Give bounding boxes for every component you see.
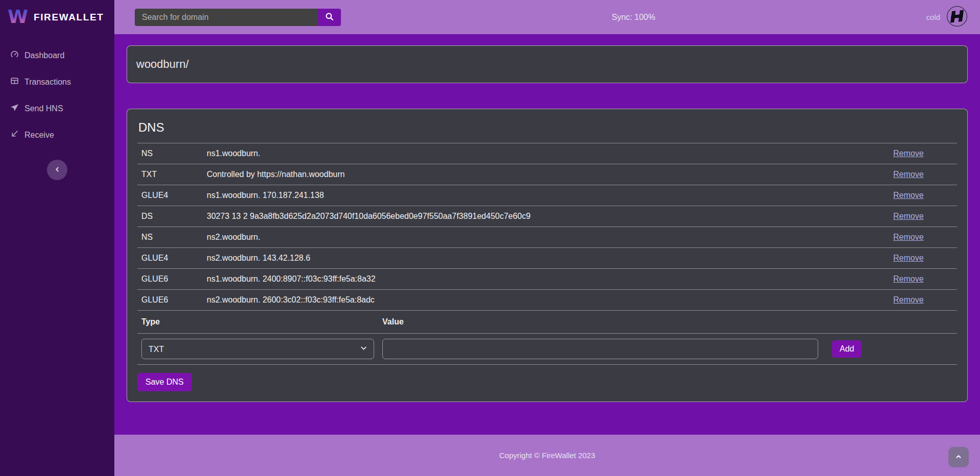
- firewallet-logo-icon: W: [7, 6, 29, 29]
- dns-record-value: ns1.woodburn. 170.187.241.138: [203, 185, 889, 206]
- dns-record-remove-link[interactable]: Remove: [893, 191, 924, 199]
- search-icon: [325, 12, 334, 22]
- dns-record-row: NSns2.woodburn.Remove: [137, 227, 957, 248]
- dns-record-row: GLUE6ns1.woodburn. 2400:8907::f03c:93ff:…: [137, 269, 957, 290]
- dns-record-action-cell: Remove: [889, 248, 957, 269]
- dns-record-value: ns2.woodburn. 2600:3c02::f03c:93ff:fe5a:…: [203, 290, 889, 311]
- sidebar-item-receive[interactable]: Receive: [0, 122, 114, 148]
- dns-record-type: DS: [137, 206, 203, 227]
- dns-record-value: ns2.woodburn. 143.42.128.6: [203, 248, 889, 269]
- form-controls-row: TXT: [137, 334, 957, 365]
- sidebar-collapse-button[interactable]: [47, 160, 67, 180]
- topbar: Sync: 100% cold: [114, 0, 980, 34]
- domain-title-card: woodburn/: [127, 45, 968, 83]
- dns-record-remove-link[interactable]: Remove: [893, 212, 924, 220]
- dns-record-action-cell: Remove: [889, 269, 957, 290]
- brand-name: FIREWALLET: [34, 12, 104, 23]
- dns-record-row: GLUE4ns2.woodburn. 143.42.128.6Remove: [137, 248, 957, 269]
- search-button[interactable]: [318, 9, 341, 26]
- dns-record-value: ns1.woodburn. 2400:8907::f03c:93ff:fe5a:…: [203, 269, 889, 290]
- dns-record-type: GLUE6: [137, 290, 203, 311]
- dns-record-type: GLUE4: [137, 248, 203, 269]
- dns-record-action-cell: Remove: [889, 290, 957, 311]
- dns-record-type: NS: [137, 143, 203, 164]
- sidebar-item-label: Dashboard: [24, 51, 64, 60]
- main-column: Sync: 100% cold: [114, 0, 980, 476]
- handshake-logo-icon: [946, 6, 968, 29]
- tachometer-icon: [10, 50, 19, 61]
- sidebar-item-label: Receive: [24, 131, 54, 140]
- wallet-indicator: cold: [926, 6, 968, 29]
- paper-plane-icon: [10, 103, 19, 114]
- dns-record-row: GLUE6ns2.woodburn. 2600:3c02::f03c:93ff:…: [137, 290, 957, 311]
- sidebar-item-send-hns[interactable]: Send HNS: [0, 95, 114, 121]
- svg-text:W: W: [8, 6, 28, 27]
- dns-record-remove-link[interactable]: Remove: [893, 149, 924, 158]
- copyright-text: Copyright © FireWallet 2023: [499, 451, 595, 460]
- dns-record-action-cell: Remove: [889, 227, 957, 248]
- dns-card-title: DNS: [138, 120, 957, 135]
- footer: Copyright © FireWallet 2023: [114, 435, 980, 476]
- dns-record-row: DS30273 13 2 9a3a8fb3d625d2a2073d740f10d…: [137, 206, 957, 227]
- dns-record-value: Controlled by https://nathan.woodburn: [203, 164, 889, 185]
- dns-record-value: 30273 13 2 9a3a8fb3d625d2a2073d740f10da6…: [203, 206, 889, 227]
- add-record-button[interactable]: Add: [832, 340, 862, 358]
- dns-record-remove-link[interactable]: Remove: [893, 170, 924, 179]
- dns-record-type: GLUE4: [137, 185, 203, 206]
- dns-record-remove-link[interactable]: Remove: [893, 295, 924, 304]
- dns-card: DNS NSns1.woodburn.RemoveTXTControlled b…: [127, 109, 968, 402]
- sidebar-item-label: Send HNS: [24, 104, 63, 113]
- dns-record-action-cell: Remove: [889, 143, 957, 164]
- dns-record-remove-link[interactable]: Remove: [893, 233, 924, 241]
- record-type-select-wrap: TXT: [141, 339, 374, 359]
- sidebar-item-transactions[interactable]: Transactions: [0, 69, 114, 95]
- dns-record-remove-link[interactable]: Remove: [893, 254, 924, 262]
- main-content: woodburn/ DNS NSns1.woodburn.RemoveTXTCo…: [114, 34, 980, 435]
- save-dns-button[interactable]: Save DNS: [137, 373, 192, 391]
- scroll-to-top-button[interactable]: [948, 447, 969, 467]
- search-input[interactable]: [135, 9, 318, 26]
- dns-record-value: ns2.woodburn.: [203, 227, 889, 248]
- dns-record-row: GLUE4ns1.woodburn. 170.187.241.138Remove: [137, 185, 957, 206]
- dns-record-type: NS: [137, 227, 203, 248]
- wallet-name: cold: [926, 13, 940, 21]
- dns-record-row: TXTControlled by https://nathan.woodburn…: [137, 164, 957, 185]
- dns-record-value: ns1.woodburn.: [203, 143, 889, 164]
- app-window: W FIREWALLET Dashboard T: [0, 0, 980, 476]
- dns-add-record-form: Type Value TXT: [137, 310, 957, 365]
- dns-record-action-cell: Remove: [889, 185, 957, 206]
- sidebar-item-label: Transactions: [24, 78, 71, 87]
- dns-record-action-cell: Remove: [889, 206, 957, 227]
- table-icon: [10, 77, 19, 87]
- arrow-down-left-icon: [10, 130, 19, 140]
- page-title: woodburn/: [136, 58, 189, 71]
- sidebar-nav: Dashboard Transactions Send HNS: [0, 42, 114, 148]
- record-value-input[interactable]: [382, 339, 818, 359]
- domain-search: [135, 9, 341, 26]
- chevron-left-icon: [54, 166, 61, 174]
- type-column-header: Type: [137, 311, 378, 334]
- record-type-select[interactable]: TXT: [141, 339, 374, 359]
- brand-home-link[interactable]: W FIREWALLET: [0, 0, 114, 34]
- form-header-row: Type Value: [137, 311, 957, 334]
- dns-record-type: TXT: [137, 164, 203, 185]
- sync-status: Sync: 100%: [341, 13, 926, 22]
- sidebar: W FIREWALLET Dashboard T: [0, 0, 114, 476]
- sidebar-item-dashboard[interactable]: Dashboard: [0, 42, 114, 68]
- value-column-header: Value: [378, 311, 822, 334]
- dns-record-type: GLUE6: [137, 269, 203, 290]
- chevron-up-icon: [955, 453, 962, 462]
- dns-record-row: NSns1.woodburn.Remove: [137, 143, 957, 164]
- dns-record-remove-link[interactable]: Remove: [893, 274, 924, 283]
- dns-record-action-cell: Remove: [889, 164, 957, 185]
- dns-records-table: NSns1.woodburn.RemoveTXTControlled by ht…: [137, 143, 957, 310]
